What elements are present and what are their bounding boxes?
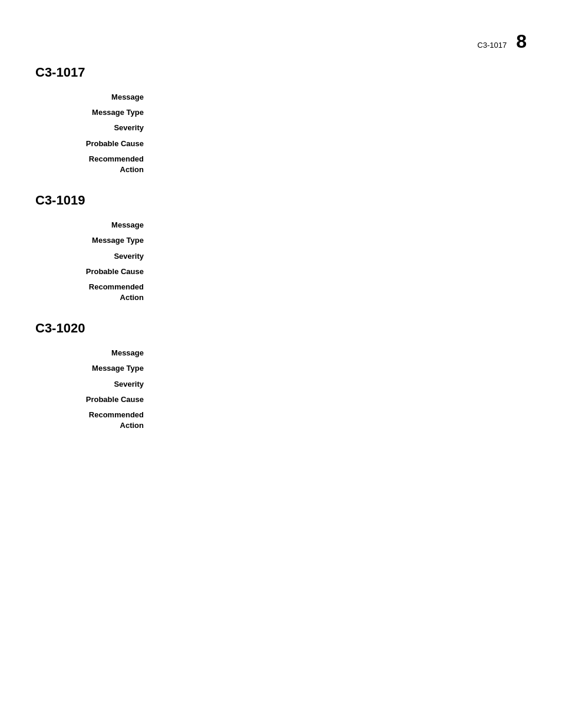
field-row-message-3: Message [35, 348, 527, 358]
field-row-severity-3: Severity [35, 379, 527, 390]
field-label-message-2: Message [35, 220, 153, 230]
field-label-severity-3: Severity [35, 379, 153, 390]
field-row-recommended-action-2: RecommendedAction [35, 282, 527, 303]
field-value-severity-3 [153, 379, 527, 390]
field-label-severity-2: Severity [35, 251, 153, 262]
field-row-message-type-3: Message Type [35, 363, 527, 374]
section-c3-1020: C3-1020 Message Message Type Severity Pr… [35, 321, 527, 431]
field-label-recommended-action-3: RecommendedAction [35, 410, 153, 431]
field-row-message-type-1: Message Type [35, 107, 527, 118]
field-label-message-3: Message [35, 348, 153, 358]
field-row-recommended-action-3: RecommendedAction [35, 410, 527, 431]
field-label-severity-1: Severity [35, 123, 153, 133]
field-label-probable-cause-2: Probable Cause [35, 266, 153, 277]
section-title-c3-1019: C3-1019 [35, 193, 527, 208]
field-value-severity-1 [153, 123, 527, 133]
field-value-message-2 [153, 220, 527, 230]
field-row-severity-2: Severity [35, 251, 527, 262]
field-label-probable-cause-3: Probable Cause [35, 394, 153, 405]
field-row-recommended-action-1: RecommendedAction [35, 154, 527, 175]
section-title-c3-1017: C3-1017 [35, 65, 527, 80]
field-row-probable-cause-2: Probable Cause [35, 266, 527, 277]
field-value-message-1 [153, 92, 527, 103]
field-value-message-type-2 [153, 235, 527, 246]
field-label-message-1: Message [35, 92, 153, 103]
section-c3-1017: C3-1017 Message Message Type Severity Pr… [35, 65, 527, 175]
main-content: C3-1017 Message Message Type Severity Pr… [0, 0, 562, 431]
field-row-message-1: Message [35, 92, 527, 103]
field-label-message-type-2: Message Type [35, 235, 153, 246]
field-row-message-type-2: Message Type [35, 235, 527, 246]
field-label-message-type-3: Message Type [35, 363, 153, 374]
field-row-message-2: Message [35, 220, 527, 230]
field-label-recommended-action-1: RecommendedAction [35, 154, 153, 175]
field-value-message-type-1 [153, 107, 527, 118]
field-value-probable-cause-2 [153, 266, 527, 277]
field-label-message-type-1: Message Type [35, 107, 153, 118]
field-value-recommended-action-3 [153, 410, 527, 431]
header-code: C3-1017 [477, 41, 507, 50]
header-page: 8 [516, 31, 527, 52]
field-value-recommended-action-2 [153, 282, 527, 303]
field-row-probable-cause-1: Probable Cause [35, 139, 527, 149]
section-c3-1019: C3-1019 Message Message Type Severity Pr… [35, 193, 527, 303]
field-label-probable-cause-1: Probable Cause [35, 139, 153, 149]
field-row-probable-cause-3: Probable Cause [35, 394, 527, 405]
field-value-probable-cause-1 [153, 139, 527, 149]
field-value-message-3 [153, 348, 527, 358]
field-value-recommended-action-1 [153, 154, 527, 175]
page-header: C3-1017 8 [477, 31, 527, 52]
field-value-message-type-3 [153, 363, 527, 374]
field-value-probable-cause-3 [153, 394, 527, 405]
field-row-severity-1: Severity [35, 123, 527, 133]
field-label-recommended-action-2: RecommendedAction [35, 282, 153, 303]
field-value-severity-2 [153, 251, 527, 262]
section-title-c3-1020: C3-1020 [35, 321, 527, 336]
